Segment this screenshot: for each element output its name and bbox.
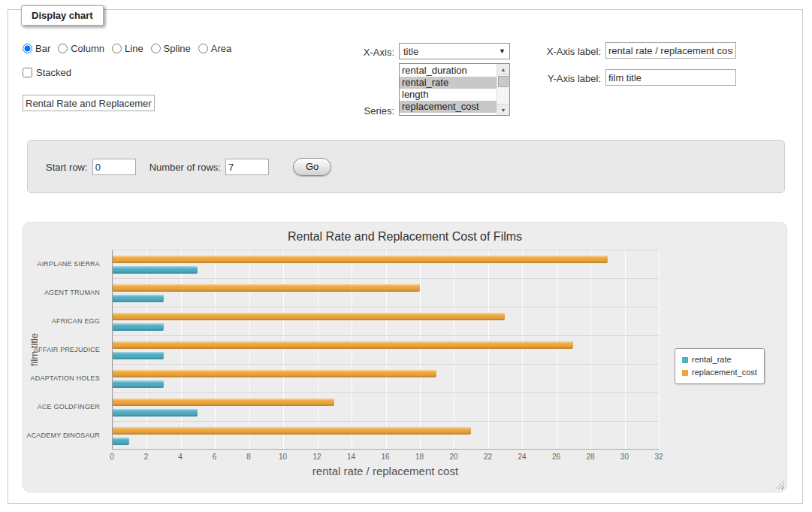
category-label: AIRPLANE SIERRA [23,250,106,278]
series-options: rental_durationrental_ratelengthreplacem… [400,65,497,113]
series-option[interactable]: rental_duration [400,65,497,77]
x-tick-label: 8 [246,453,251,461]
category-row [113,365,659,393]
legend-entry[interactable]: replacement_cost [682,366,757,379]
chart-type-radio-bar[interactable] [23,44,32,53]
x-tick-label: 16 [381,453,389,461]
bar-rental_rate [113,380,164,388]
x-axis-label-caption: X-Axis label: [526,46,601,57]
chart-type-radio-line[interactable] [112,44,122,53]
series-option[interactable]: rental_rate [400,77,497,89]
x-axis-select-value: title [403,46,418,57]
category-row [113,393,659,422]
x-tick-label: 18 [415,453,424,461]
chart-type-option-bar[interactable]: Bar [23,43,50,54]
bar-replacement_cost [113,284,420,292]
x-axis-label-input[interactable] [605,42,736,59]
chart-type-label: Spline [164,43,191,54]
chart-type-label: Column [71,43,104,54]
plot-area [112,250,659,450]
chart-type-option-spline[interactable]: Spline [151,43,191,54]
legend-swatch-icon [682,357,688,363]
bar-rental_rate [113,295,164,302]
start-row-label: Start row: [46,162,88,173]
x-tick-label: 4 [178,453,183,461]
bar-replacement_cost [113,427,471,435]
bar-rental_rate [113,266,198,274]
x-tick-label: 20 [449,453,457,461]
category-label: AGENT TRUMAN [23,278,106,307]
category-row [113,336,659,365]
series-option[interactable]: length [400,89,497,101]
chart-type-radio-area[interactable] [198,44,208,53]
chart-type-radio-column[interactable] [58,44,68,53]
y-axis-label-caption: Y-Axis label: [526,73,601,84]
x-gridline [659,250,660,449]
x-tick-label: 24 [518,453,526,461]
category-label: AFFAIR PREJUDICE [23,335,106,364]
bar-rental_rate [113,352,164,359]
rows-control-panel: Start row: Number of rows: Go [27,140,785,193]
panel-legend: Display chart [21,5,104,26]
bar-replacement_cost [113,256,608,263]
category-row [113,250,659,279]
bar-replacement_cost [113,341,573,349]
stacked-label: Stacked [36,67,71,78]
chart-type-label: Line [125,43,143,54]
series-option[interactable]: replacement_cost [400,101,497,113]
bar-rental_rate [113,438,129,445]
category-row [113,279,659,308]
num-rows-input[interactable] [225,159,269,175]
x-tick-label: 2 [144,453,149,461]
bar-replacement_cost [113,398,334,406]
scroll-up-icon[interactable]: ▲ [497,64,509,75]
x-tick-label: 0 [110,453,114,461]
chart-type-radio-group: Bar Column Line Spline Area [23,43,239,54]
x-tick-label: 12 [312,453,321,461]
category-label: ACE GOLDFINGER [23,392,106,421]
bar-replacement_cost [113,313,505,320]
chart-title-input[interactable] [23,95,155,111]
series-scrollbar[interactable]: ▲ ▼ [497,64,509,115]
x-tick-label: 30 [620,453,629,461]
chart-type-label: Bar [35,43,50,54]
category-label: AFRICAN EGG [23,307,106,335]
legend-entry[interactable]: rental_rate [682,353,757,366]
x-tick-label: 10 [279,453,287,461]
bar-rental_rate [113,409,198,417]
x-axis-select-caption: X-Axis: [323,47,394,58]
category-label: ACADEMY DINOSAUR [23,421,106,450]
start-row-input[interactable] [92,159,136,175]
chevron-down-icon: ▼ [499,47,506,55]
stacked-checkbox[interactable] [23,68,32,77]
chart-type-option-column[interactable]: Column [58,43,104,54]
x-tick-label: 6 [213,453,217,461]
x-axis-ticks: 02468101214161820222426283032 [112,453,659,463]
legend-swatch-icon [682,370,688,376]
series-select-caption: Series: [323,105,394,117]
chart-title: Rental Rate and Replacement Cost of Film… [23,230,786,244]
chart-legend: rental_ratereplacement_cost [675,348,765,384]
chart-type-option-area[interactable]: Area [198,43,231,54]
x-axis-select[interactable]: title ▼ [399,43,510,59]
scroll-down-icon[interactable]: ▼ [497,104,509,115]
chart-type-option-line[interactable]: Line [112,43,143,54]
chart-type-radio-spline[interactable] [151,44,161,53]
legend-label: replacement_cost [692,366,757,379]
scrollbar-thumb[interactable] [498,76,509,87]
x-tick-label: 22 [484,453,492,461]
category-row [113,308,659,336]
x-tick-label: 28 [586,453,594,461]
stacked-option[interactable]: Stacked [23,67,71,78]
series-multiselect[interactable]: rental_durationrental_ratelengthreplacem… [399,63,510,116]
x-axis-title: rental rate / replacement cost [112,465,659,477]
resize-handle-icon[interactable] [775,480,784,489]
y-axis-label-input[interactable] [605,69,736,86]
category-label: ADAPTATION HOLES [23,364,106,392]
go-button[interactable]: Go [293,158,331,176]
num-rows-label: Number of rows: [149,162,221,173]
category-row [113,422,659,450]
bar-rental_rate [113,323,164,331]
x-tick-label: 14 [347,453,355,461]
bar-replacement_cost [113,370,436,377]
